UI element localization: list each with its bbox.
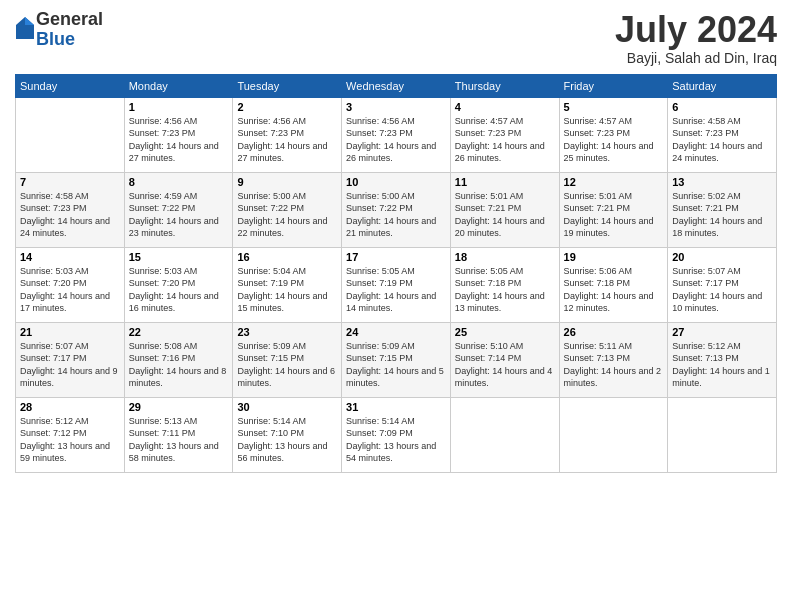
table-row: 11Sunrise: 5:01 AMSunset: 7:21 PMDayligh… [450,172,559,247]
day-number: 29 [129,401,229,413]
svg-marker-1 [25,17,34,25]
day-info: Sunrise: 4:56 AMSunset: 7:23 PMDaylight:… [129,115,229,165]
day-info: Sunrise: 5:14 AMSunset: 7:10 PMDaylight:… [237,415,337,465]
day-info: Sunrise: 5:04 AMSunset: 7:19 PMDaylight:… [237,265,337,315]
day-info: Sunrise: 5:12 AMSunset: 7:12 PMDaylight:… [20,415,120,465]
header-sunday: Sunday [16,74,125,97]
table-row: 22Sunrise: 5:08 AMSunset: 7:16 PMDayligh… [124,322,233,397]
day-number: 7 [20,176,120,188]
day-info: Sunrise: 5:02 AMSunset: 7:21 PMDaylight:… [672,190,772,240]
table-row [559,397,668,472]
day-number: 20 [672,251,772,263]
day-number: 15 [129,251,229,263]
table-row: 15Sunrise: 5:03 AMSunset: 7:20 PMDayligh… [124,247,233,322]
table-row [668,397,777,472]
table-row: 21Sunrise: 5:07 AMSunset: 7:17 PMDayligh… [16,322,125,397]
day-info: Sunrise: 5:11 AMSunset: 7:13 PMDaylight:… [564,340,664,390]
day-info: Sunrise: 5:00 AMSunset: 7:22 PMDaylight:… [237,190,337,240]
week-row-4: 28Sunrise: 5:12 AMSunset: 7:12 PMDayligh… [16,397,777,472]
day-info: Sunrise: 4:57 AMSunset: 7:23 PMDaylight:… [455,115,555,165]
day-number: 17 [346,251,446,263]
day-info: Sunrise: 5:03 AMSunset: 7:20 PMDaylight:… [20,265,120,315]
table-row: 24Sunrise: 5:09 AMSunset: 7:15 PMDayligh… [342,322,451,397]
table-row: 28Sunrise: 5:12 AMSunset: 7:12 PMDayligh… [16,397,125,472]
table-row: 5Sunrise: 4:57 AMSunset: 7:23 PMDaylight… [559,97,668,172]
day-number: 28 [20,401,120,413]
table-row: 12Sunrise: 5:01 AMSunset: 7:21 PMDayligh… [559,172,668,247]
header-wednesday: Wednesday [342,74,451,97]
table-row: 1Sunrise: 4:56 AMSunset: 7:23 PMDaylight… [124,97,233,172]
table-row [16,97,125,172]
day-info: Sunrise: 5:07 AMSunset: 7:17 PMDaylight:… [672,265,772,315]
logo-general-text: General [36,9,103,29]
day-number: 13 [672,176,772,188]
day-info: Sunrise: 5:05 AMSunset: 7:19 PMDaylight:… [346,265,446,315]
table-row: 2Sunrise: 4:56 AMSunset: 7:23 PMDaylight… [233,97,342,172]
day-info: Sunrise: 4:58 AMSunset: 7:23 PMDaylight:… [20,190,120,240]
day-info: Sunrise: 5:13 AMSunset: 7:11 PMDaylight:… [129,415,229,465]
day-info: Sunrise: 5:05 AMSunset: 7:18 PMDaylight:… [455,265,555,315]
day-info: Sunrise: 5:01 AMSunset: 7:21 PMDaylight:… [564,190,664,240]
day-number: 27 [672,326,772,338]
table-row: 20Sunrise: 5:07 AMSunset: 7:17 PMDayligh… [668,247,777,322]
table-row: 7Sunrise: 4:58 AMSunset: 7:23 PMDaylight… [16,172,125,247]
week-row-3: 21Sunrise: 5:07 AMSunset: 7:17 PMDayligh… [16,322,777,397]
day-info: Sunrise: 5:06 AMSunset: 7:18 PMDaylight:… [564,265,664,315]
day-info: Sunrise: 4:58 AMSunset: 7:23 PMDaylight:… [672,115,772,165]
logo-icon [16,17,34,39]
table-row: 25Sunrise: 5:10 AMSunset: 7:14 PMDayligh… [450,322,559,397]
logo: General Blue [15,10,103,50]
table-row: 16Sunrise: 5:04 AMSunset: 7:19 PMDayligh… [233,247,342,322]
header-thursday: Thursday [450,74,559,97]
day-info: Sunrise: 4:59 AMSunset: 7:22 PMDaylight:… [129,190,229,240]
logo-blue-text: Blue [36,29,75,49]
day-number: 19 [564,251,664,263]
table-row: 9Sunrise: 5:00 AMSunset: 7:22 PMDaylight… [233,172,342,247]
table-row: 10Sunrise: 5:00 AMSunset: 7:22 PMDayligh… [342,172,451,247]
day-number: 18 [455,251,555,263]
table-row: 14Sunrise: 5:03 AMSunset: 7:20 PMDayligh… [16,247,125,322]
day-number: 24 [346,326,446,338]
day-number: 8 [129,176,229,188]
table-row: 31Sunrise: 5:14 AMSunset: 7:09 PMDayligh… [342,397,451,472]
day-number: 9 [237,176,337,188]
table-row: 3Sunrise: 4:56 AMSunset: 7:23 PMDaylight… [342,97,451,172]
day-number: 31 [346,401,446,413]
day-number: 23 [237,326,337,338]
page: General Blue July 2024 Bayji, Salah ad D… [0,0,792,612]
day-number: 16 [237,251,337,263]
title-block: July 2024 Bayji, Salah ad Din, Iraq [615,10,777,66]
table-row: 6Sunrise: 4:58 AMSunset: 7:23 PMDaylight… [668,97,777,172]
day-number: 25 [455,326,555,338]
header: General Blue July 2024 Bayji, Salah ad D… [15,10,777,66]
day-number: 3 [346,101,446,113]
table-row: 8Sunrise: 4:59 AMSunset: 7:22 PMDaylight… [124,172,233,247]
week-row-0: 1Sunrise: 4:56 AMSunset: 7:23 PMDaylight… [16,97,777,172]
calendar-title: July 2024 [615,10,777,50]
day-info: Sunrise: 5:08 AMSunset: 7:16 PMDaylight:… [129,340,229,390]
week-row-2: 14Sunrise: 5:03 AMSunset: 7:20 PMDayligh… [16,247,777,322]
table-row: 4Sunrise: 4:57 AMSunset: 7:23 PMDaylight… [450,97,559,172]
day-number: 21 [20,326,120,338]
day-info: Sunrise: 5:09 AMSunset: 7:15 PMDaylight:… [346,340,446,390]
table-row: 27Sunrise: 5:12 AMSunset: 7:13 PMDayligh… [668,322,777,397]
header-friday: Friday [559,74,668,97]
table-row: 13Sunrise: 5:02 AMSunset: 7:21 PMDayligh… [668,172,777,247]
day-info: Sunrise: 5:07 AMSunset: 7:17 PMDaylight:… [20,340,120,390]
day-info: Sunrise: 5:03 AMSunset: 7:20 PMDaylight:… [129,265,229,315]
day-info: Sunrise: 5:09 AMSunset: 7:15 PMDaylight:… [237,340,337,390]
day-number: 4 [455,101,555,113]
day-number: 12 [564,176,664,188]
table-row: 29Sunrise: 5:13 AMSunset: 7:11 PMDayligh… [124,397,233,472]
day-number: 22 [129,326,229,338]
day-info: Sunrise: 5:12 AMSunset: 7:13 PMDaylight:… [672,340,772,390]
day-info: Sunrise: 4:56 AMSunset: 7:23 PMDaylight:… [237,115,337,165]
day-number: 6 [672,101,772,113]
day-number: 5 [564,101,664,113]
day-info: Sunrise: 5:14 AMSunset: 7:09 PMDaylight:… [346,415,446,465]
table-row: 19Sunrise: 5:06 AMSunset: 7:18 PMDayligh… [559,247,668,322]
table-row: 18Sunrise: 5:05 AMSunset: 7:18 PMDayligh… [450,247,559,322]
week-row-1: 7Sunrise: 4:58 AMSunset: 7:23 PMDaylight… [16,172,777,247]
day-number: 1 [129,101,229,113]
day-number: 26 [564,326,664,338]
